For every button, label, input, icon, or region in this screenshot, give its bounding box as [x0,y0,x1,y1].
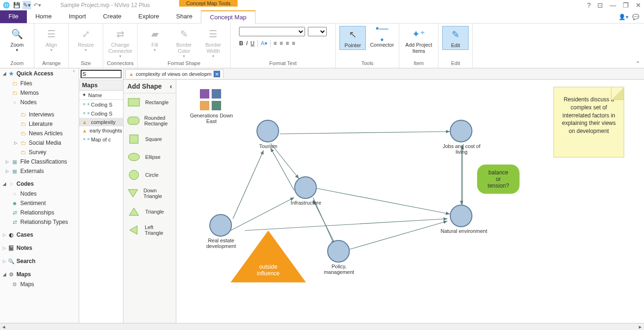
shape-rounded[interactable]: Rounded Rectangle [124,111,176,130]
help-icon[interactable]: ? [587,1,591,9]
list-item[interactable]: ⚬⚬Map of c [79,135,123,144]
shape-down-triangle[interactable]: Down Triangle [124,184,176,203]
nav-codes-nodes[interactable]: ○Nodes [0,189,79,198]
search-input[interactable] [81,70,122,78]
shape-left-triangle[interactable]: Left Triangle [124,221,176,239]
tab-create[interactable]: Create [94,10,130,23]
nav-cases[interactable]: ▷◐Cases [0,230,79,240]
shape-ellipse[interactable]: Ellipse [124,148,176,166]
nav-quick-access[interactable]: ◢★Quick Access [0,68,79,79]
nav-maps-item[interactable]: ⚙Maps [0,280,79,289]
connector-button[interactable]: •—•Connector [369,26,395,49]
format-text-group-label: Format Text [269,60,297,67]
node-env[interactable] [450,205,472,227]
zoom-button[interactable]: 🔍Zoom▼ [4,26,30,54]
sticky-note[interactable]: Residents discuss a complex set of inter… [553,87,624,157]
close-icon[interactable]: ✕ [636,1,641,9]
nav-maps[interactable]: ◢⚙Maps [0,269,79,280]
nav-sentiment[interactable]: ☻Sentiment [0,198,79,208]
edit-button[interactable]: ✎Edit [442,26,469,50]
shape-rectangle[interactable]: Rectangle [124,93,176,111]
align-right-button[interactable]: ≡ [286,40,289,47]
nav-notes[interactable]: ▷📓Notes [0,243,79,253]
shape-square[interactable]: Square [124,130,176,148]
shape-triangle[interactable]: Triangle [124,203,176,221]
nav-files[interactable]: 🗀Files [0,79,79,88]
nav-codes[interactable]: ◢○Codes [0,179,79,189]
nav-news[interactable]: 🗀News Articles [0,129,79,138]
comment-icon[interactable]: 💬 [632,14,639,20]
qat-save-icon[interactable]: 💾 [12,1,21,9]
tab-home[interactable]: Home [27,10,60,23]
resize-button[interactable]: ⤢Resize▼ [73,26,99,54]
shapes-collapse-icon[interactable]: ‹ [170,82,172,90]
border-width-button[interactable]: ☰Border Width ▼ [200,26,226,60]
node-policy[interactable] [327,240,350,263]
list-item[interactable]: ▲early thoughts [79,126,123,135]
bubble-balance[interactable]: balance or tension? [477,165,520,194]
align-center-button[interactable]: ≡ [280,40,283,47]
font-color-button[interactable]: A▾ [261,40,267,47]
nav-social[interactable]: ▷🗀Social Media [0,138,79,148]
fill-button[interactable]: ▰Fill▼ [141,26,168,54]
tab-explore[interactable]: Explore [130,10,168,23]
scroll-right-icon[interactable]: ► [636,324,644,330]
list-item[interactable]: ⚬⚬Coding S [79,100,123,109]
window-mode-icon[interactable]: ⊡ [597,1,603,9]
add-project-items-button[interactable]: ✦⁺Add Project Items [403,26,434,55]
file-menu[interactable]: File [0,10,27,23]
shape-circle[interactable]: Circle [124,166,176,184]
ribbon-collapse-icon[interactable]: ⌃ [636,60,640,67]
scroll-left-icon[interactable]: ◄ [0,324,8,330]
nav-interviews[interactable]: 🗀Interviews [0,110,79,119]
italic-button[interactable]: I [246,40,248,47]
pointer-button[interactable]: ↖Pointer [339,26,366,50]
tab-share[interactable]: Share [168,10,201,23]
nav-collapse-icon[interactable]: ‹ [73,68,79,74]
nav-file-class[interactable]: ▷▦File Classifications [0,157,79,166]
align-button[interactable]: ☰Align▼ [38,26,65,54]
node-realestate[interactable] [209,214,232,237]
qat-edit-icon[interactable]: ✎▾ [23,1,31,9]
tab-import[interactable]: Import [60,10,95,23]
font-family-select[interactable] [239,27,305,36]
minimize-icon[interactable]: — [610,1,616,9]
qat-undo-icon[interactable]: ↶▾ [33,1,41,9]
node-jobs[interactable] [450,120,472,142]
tab-close-icon[interactable]: ✕ [214,71,220,77]
shapes-header: Add Shape [127,82,162,90]
maximize-icon[interactable]: ❐ [623,1,629,9]
underline-button[interactable]: U [250,40,255,47]
reltype-icon: ⇄ [11,219,18,225]
change-connector-button[interactable]: ⇄Change Connector ▼ [107,26,133,60]
align-left-button[interactable]: ≡ [273,40,277,47]
list-item-selected[interactable]: ▲complexity [79,118,123,126]
border-color-button[interactable]: ✎Border Color ▼ [171,26,197,60]
nav-externals[interactable]: ▷▦Externals [0,166,79,176]
svg-line-17 [346,221,447,250]
list-item[interactable]: ⚬⚬Coding S [79,109,123,118]
scrollbar-track[interactable] [8,324,636,330]
connector-icon: •—• [375,27,389,41]
align-justify-button[interactable]: ≡ [292,40,295,47]
nav-memos[interactable]: 🗀Memos [0,88,79,98]
nav-search[interactable]: ▷🔍Search [0,256,79,266]
notes-icon: 📓 [8,245,15,251]
font-size-select[interactable] [308,27,327,36]
nav-nodes[interactable]: ○Nodes [0,98,79,107]
listpane-col-name[interactable]: ✦Name [79,91,123,100]
svg-marker-7 [130,226,137,234]
node-tourism[interactable] [256,120,279,142]
svg-rect-2 [130,135,138,143]
tab-concept-map[interactable]: Concept Map [201,10,255,24]
bold-button[interactable]: B [239,40,243,47]
user-icon[interactable]: 👤▾ [619,14,628,20]
document-tab[interactable]: ▲ complexity of views on developm ✕ [125,69,223,78]
nav-literature[interactable]: 🗀Literature [0,119,79,129]
classification-icon: ▦ [11,158,18,165]
node-infra[interactable] [294,176,317,199]
nav-survey[interactable]: 🗀Survey [0,148,79,157]
qat-globe-icon[interactable]: 🌐 [2,1,10,9]
nav-reltypes[interactable]: ⇄Relationship Types [0,217,79,227]
nav-relationships[interactable]: ⇄Relationships [0,208,79,217]
